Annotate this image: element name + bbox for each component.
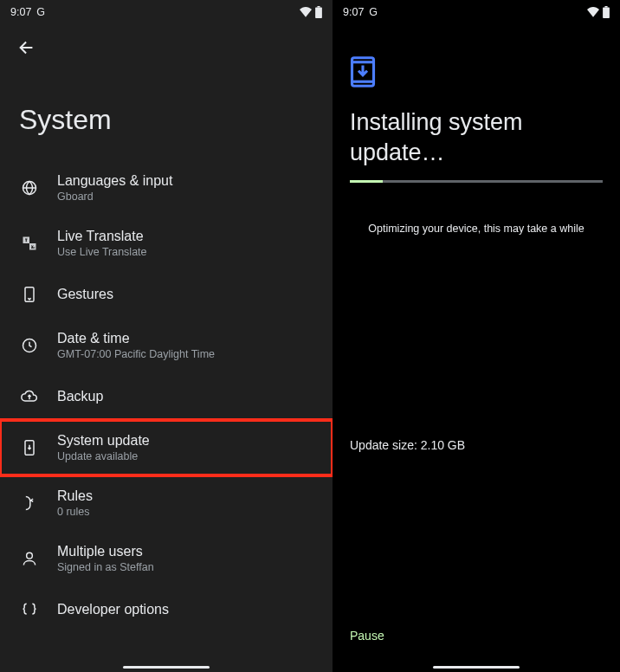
item-title: Live Translate <box>57 229 147 244</box>
battery-icon <box>315 6 322 18</box>
nav-handle[interactable] <box>123 666 210 669</box>
svg-rect-0 <box>315 8 322 18</box>
wifi-icon <box>587 7 599 17</box>
item-title: Languages & input <box>57 173 172 189</box>
battery-icon <box>603 6 610 18</box>
svg-rect-1 <box>317 6 320 8</box>
item-title: Backup <box>57 389 103 404</box>
update-size: Update size: 2.10 GB <box>350 438 465 452</box>
settings-item-rules[interactable]: Rules 0 rules <box>0 475 333 531</box>
braces-icon <box>19 599 40 620</box>
svg-rect-8 <box>604 6 607 8</box>
nav-bar <box>333 666 620 669</box>
status-bar: 9:07 G <box>333 0 620 24</box>
arrow-left-icon <box>17 38 36 57</box>
item-title: Multiple users <box>57 544 154 559</box>
download-icon <box>333 24 620 88</box>
status-time: 9:07 <box>10 6 31 18</box>
rules-icon <box>19 493 40 514</box>
item-subtitle: Gboard <box>57 191 172 203</box>
settings-item-gestures[interactable]: Gestures <box>0 271 333 318</box>
item-subtitle: GMT-07:00 Pacific Daylight Time <box>57 348 215 360</box>
status-bar: 9:07 G <box>0 0 333 24</box>
back-button[interactable] <box>0 24 333 57</box>
svg-rect-7 <box>603 8 610 18</box>
system-update-screen: 9:07 G Installing system update… Optimiz… <box>333 0 620 672</box>
settings-system-screen: 9:07 G System Languages & input Gboard <box>0 0 333 672</box>
wifi-icon <box>300 7 312 17</box>
user-icon <box>19 548 40 569</box>
item-subtitle: 0 rules <box>57 506 93 518</box>
item-title: System update <box>57 433 150 449</box>
progress-fill <box>350 180 383 183</box>
gestures-icon <box>19 284 40 305</box>
system-update-icon <box>19 437 40 458</box>
install-title: Installing system update… <box>333 88 620 180</box>
settings-list: Languages & input Gboard Live Translate … <box>0 160 333 633</box>
status-time: 9:07 <box>343 6 364 18</box>
item-subtitle: Use Live Translate <box>57 246 147 258</box>
svg-point-6 <box>27 552 33 559</box>
clock-icon <box>19 335 40 356</box>
nav-bar <box>0 666 333 669</box>
globe-icon <box>19 178 40 198</box>
item-title: Developer options <box>57 602 169 617</box>
item-title: Gestures <box>57 287 113 302</box>
optimizing-text: Optimizing your device, this may take a … <box>333 183 620 235</box>
item-title: Date & time <box>57 331 215 346</box>
translate-icon <box>19 233 40 254</box>
item-subtitle: Update available <box>57 450 150 462</box>
nav-handle[interactable] <box>433 666 520 669</box>
item-subtitle: Signed in as Steffan <box>57 561 154 573</box>
settings-item-datetime[interactable]: Date & time GMT-07:00 Pacific Daylight T… <box>0 318 333 373</box>
cloud-upload-icon <box>19 386 40 407</box>
status-indicator: G <box>36 6 45 18</box>
settings-item-system-update[interactable]: System update Update available <box>0 420 333 475</box>
page-title: System <box>0 57 333 160</box>
settings-item-developer-options[interactable]: Developer options <box>0 586 333 633</box>
progress-bar <box>350 180 603 183</box>
status-indicator: G <box>369 6 378 18</box>
settings-item-live-translate[interactable]: Live Translate Use Live Translate <box>0 216 333 271</box>
settings-item-multiple-users[interactable]: Multiple users Signed in as Steffan <box>0 531 333 586</box>
pause-button[interactable]: Pause <box>350 629 384 643</box>
settings-item-languages[interactable]: Languages & input Gboard <box>0 160 333 216</box>
settings-item-backup[interactable]: Backup <box>0 373 333 420</box>
item-title: Rules <box>57 488 93 504</box>
